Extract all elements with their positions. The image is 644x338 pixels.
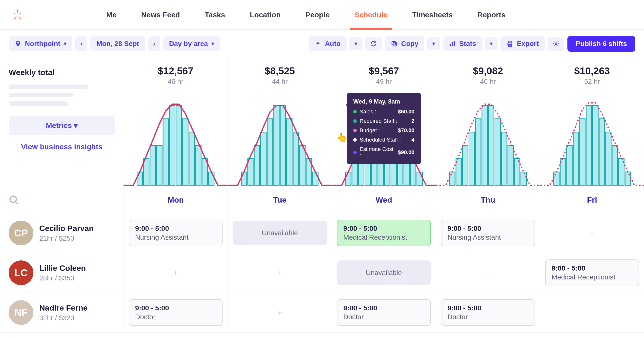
svg-rect-22	[248, 158, 253, 185]
nav-item-me[interactable]: Me	[94, 0, 129, 30]
shift-role: Doctor	[343, 313, 424, 321]
svg-rect-57	[554, 172, 559, 185]
auto-dropdown[interactable]: ▾	[350, 37, 362, 50]
app-logo-icon	[10, 8, 25, 22]
shift-card[interactable]: 9:00 - 5:00 Medical Receptionist	[337, 220, 431, 246]
svg-rect-53	[502, 132, 507, 185]
export-button[interactable]: Export	[500, 36, 545, 51]
tooltip-row: Budget : $70.00	[353, 127, 414, 134]
svg-rect-56	[521, 172, 526, 185]
svg-rect-18	[196, 145, 201, 185]
nav-item-timesheets[interactable]: Timesheets	[400, 0, 465, 30]
next-day-button[interactable]: ›	[148, 36, 160, 51]
day-chart[interactable]	[540, 90, 644, 187]
svg-rect-11	[150, 145, 156, 185]
tooltip-value: 4	[412, 137, 414, 143]
svg-rect-17	[189, 132, 194, 185]
svg-rect-4	[454, 41, 455, 46]
metrics-button[interactable]: Metrics ▾	[9, 116, 115, 135]
chevron-right-icon: ›	[153, 40, 155, 48]
day-amount: $10,263	[540, 66, 644, 76]
stats-dropdown[interactable]: ▾	[485, 37, 498, 50]
unavailable-card: Unavailable	[233, 221, 326, 245]
publish-button[interactable]: Publish 6 shifts	[568, 36, 635, 52]
day-chart[interactable]	[228, 90, 332, 187]
shift-card[interactable]: 9:00 - 5:00 Medical Receptionist	[545, 260, 639, 286]
nav-item-reports[interactable]: Reports	[465, 0, 518, 30]
schedule-slot: +	[228, 253, 332, 292]
svg-rect-46	[456, 158, 462, 185]
staff-cell[interactable]: LC Lillie Coleen 28hr / $350	[0, 253, 124, 292]
shift-time: 9:00 - 5:00	[343, 224, 424, 232]
tooltip-value: $70.00	[398, 127, 414, 134]
svg-rect-15	[176, 106, 182, 185]
day-chart[interactable]	[124, 90, 228, 187]
copy-label: Copy	[401, 40, 418, 48]
skeleton-line	[9, 84, 88, 89]
svg-rect-55	[514, 158, 520, 185]
shift-card[interactable]: 9:00 - 5:00 Doctor	[337, 299, 431, 326]
view-label: Day by area	[169, 40, 208, 48]
chart-cell-header: $9,082 46 hr	[436, 66, 540, 86]
view-picker[interactable]: Day by area ▾	[163, 36, 220, 51]
shift-card[interactable]: 9:00 - 5:00 Nursing Assistant	[129, 220, 222, 246]
svg-rect-3	[452, 42, 453, 46]
svg-rect-62	[586, 106, 592, 185]
day-header-fri[interactable]: Fri	[540, 187, 644, 213]
chart-cell-header: $10,263 52 hr	[540, 66, 644, 86]
staff-rows: CP Cecilio Parvan 21hr / $250 9:00 - 5:0…	[0, 213, 644, 332]
svg-rect-59	[567, 145, 572, 185]
insights-label: View business insights	[21, 142, 102, 151]
day-hours: 49 hr	[332, 78, 436, 86]
date-label: Mon, 28 Sept	[96, 40, 139, 48]
day-header-thu[interactable]: Thu	[436, 187, 540, 213]
chevron-down-icon: ▾	[74, 121, 78, 130]
add-shift-button[interactable]: +	[278, 268, 282, 278]
svg-rect-45	[450, 172, 455, 185]
nav-item-people[interactable]: People	[293, 0, 342, 30]
business-insights-link[interactable]: View business insights	[9, 135, 115, 158]
nav-item-news-feed[interactable]: News Feed	[129, 0, 192, 30]
nav-item-location[interactable]: Location	[238, 0, 293, 30]
shift-card[interactable]: 9:00 - 5:00 Doctor	[441, 299, 535, 326]
add-shift-button[interactable]: +	[278, 308, 282, 318]
day-header-mon[interactable]: Mon	[124, 187, 228, 213]
day-amount: $9,082	[436, 66, 540, 76]
svg-rect-6	[509, 41, 512, 43]
staff-cell[interactable]: CP Cecilio Parvan 21hr / $250	[0, 213, 124, 253]
tooltip-value: $90.00	[398, 149, 414, 156]
top-nav: MeNews FeedTasksLocationPeopleScheduleTi…	[0, 0, 644, 30]
copy-dropdown[interactable]: ▾	[427, 37, 440, 50]
tooltip-dot-icon	[353, 138, 357, 142]
prev-day-button[interactable]: ‹	[75, 36, 88, 51]
stats-button[interactable]: Stats	[443, 36, 482, 51]
tooltip-row: Required Staff : 2	[353, 118, 414, 124]
svg-rect-61	[580, 119, 585, 185]
add-shift-button[interactable]: +	[173, 268, 178, 278]
add-shift-button[interactable]: +	[590, 228, 594, 238]
svg-rect-9	[137, 172, 142, 185]
shift-time: 9:00 - 5:00	[447, 304, 528, 312]
shift-card[interactable]: 9:00 - 5:00 Doctor	[129, 299, 222, 326]
shift-card[interactable]: 9:00 - 5:00 Nursing Assistant	[441, 220, 535, 246]
day-header-tue[interactable]: Tue	[228, 187, 332, 213]
copy-button[interactable]: Copy	[385, 36, 424, 51]
svg-rect-30	[300, 145, 305, 185]
day-header-wed[interactable]: Wed	[332, 187, 436, 213]
search-icon[interactable]	[9, 195, 20, 206]
day-chart[interactable]	[436, 90, 540, 187]
auto-button[interactable]: Auto	[308, 36, 346, 51]
location-picker[interactable]: Northpoint ▾	[9, 36, 72, 51]
date-picker[interactable]: Mon, 28 Sept	[90, 36, 145, 51]
add-shift-button[interactable]: +	[486, 268, 490, 278]
avatar: LC	[9, 260, 33, 285]
refresh-button[interactable]	[365, 37, 382, 51]
settings-button[interactable]	[548, 37, 564, 51]
nav-item-schedule[interactable]: Schedule	[342, 0, 400, 30]
staff-cell[interactable]: NF Nadire Ferne 32hr / $320	[0, 293, 124, 332]
nav-item-tasks[interactable]: Tasks	[192, 0, 238, 30]
schedule-slot: Unavailable	[332, 253, 436, 292]
tooltip-dot-icon	[353, 151, 357, 154]
nav-items: MeNews FeedTasksLocationPeopleScheduleTi…	[94, 0, 518, 30]
tooltip-label: Required Staff :	[360, 118, 408, 124]
